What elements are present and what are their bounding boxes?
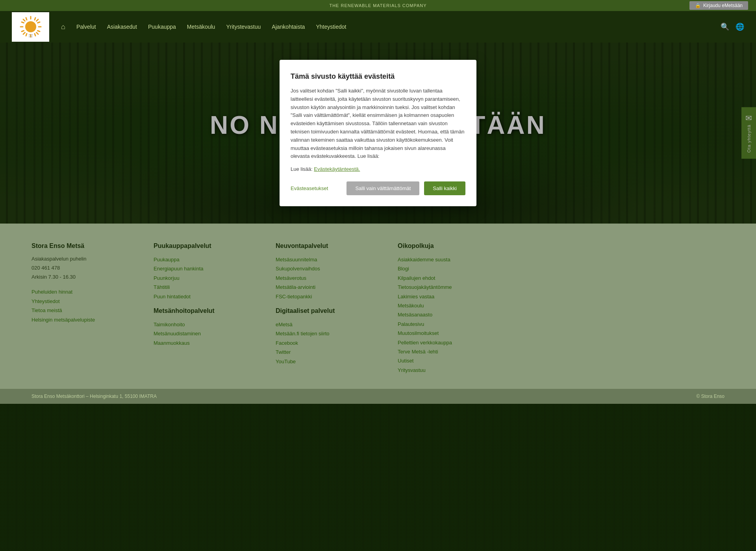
footer-link-tietosuoja[interactable]: Tietosuojakäytäntömme xyxy=(398,283,504,292)
cookie-policy-link[interactable]: Evästekäytänteestä. xyxy=(314,166,360,172)
footer-link-yritysvastuu[interactable]: Yritysvastuu xyxy=(398,366,504,375)
login-button[interactable]: 🔒 Kirjaudu eMetsään xyxy=(689,1,748,10)
cookie-title: Tämä sivusto käyttää evästeitä xyxy=(291,72,465,81)
footer-link-twitter[interactable]: Twitter xyxy=(276,348,382,357)
footer-link-fsc[interactable]: FSC-tietopankki xyxy=(276,292,382,301)
svg-point-0 xyxy=(25,21,36,32)
bottom-bar: Stora Enso Metsäkonttori – Helsinginkatu… xyxy=(0,389,756,404)
svg-line-6 xyxy=(36,33,38,35)
cookie-body: Jos valitset kohdan "Salli kaikki", myön… xyxy=(291,87,465,161)
footer-col-2: Puukauppapalvelut Puukauppa Energiapuun … xyxy=(154,242,260,375)
footer-link-metsasanaasto[interactable]: Metsäsanaasto xyxy=(398,310,504,319)
footer-link-energiapuun[interactable]: Energiapuun hankinta xyxy=(154,264,260,273)
footer-hours: Arkisin 7.30 - 16.30 xyxy=(32,273,138,281)
top-bar: THE RENEWABLE MATERIALS COMPANY 🔒 Kirjau… xyxy=(0,0,756,11)
footer: Stora Enso Metsä Asiakaspalvelun puhelin… xyxy=(0,224,756,389)
footer-link-sukupolvenvaihdos[interactable]: Sukupolvenvaihdos xyxy=(276,264,382,273)
footer-col3-title1: Neuvontapalvelut xyxy=(276,242,382,250)
nav-home[interactable]: ⌂ xyxy=(61,23,65,31)
footer-link-uutiset[interactable]: Uutiset xyxy=(398,356,504,365)
footer-grid: Stora Enso Metsä Asiakaspalvelun puhelin… xyxy=(32,242,504,375)
footer-link-terve-metsa[interactable]: Terve Metsä -lehti xyxy=(398,347,504,356)
footer-col-3: Neuvontapalvelut Metsäsuunnitelma Sukupo… xyxy=(276,242,382,375)
nav-yritystevastuu[interactable]: Yritystevastuu xyxy=(226,24,261,30)
footer-link-facebook[interactable]: Facebook xyxy=(276,338,382,348)
bottom-bar-address: Stora Enso Metsäkonttori – Helsinginkatu… xyxy=(32,394,157,399)
footer-link-asiakkaidemme[interactable]: Asiakkaidemme suusta xyxy=(398,255,504,264)
main-nav: ⌂ Palvelut Asiakasedut Puukauppa Metsäko… xyxy=(61,22,744,31)
bottom-forest-bg xyxy=(0,404,756,551)
nav-asiakasedut[interactable]: Asiakasedut xyxy=(107,24,137,30)
logo[interactable]: stora enso xyxy=(12,12,49,42)
footer-link-youtube[interactable]: YouTube xyxy=(276,357,382,366)
nav-icons: 🔍 🌐 xyxy=(721,22,744,31)
svg-text:enso: enso xyxy=(29,36,33,38)
footer-link-metsatila[interactable]: Metsätila-arviointi xyxy=(276,283,382,292)
nav-puukauppa[interactable]: Puukauppa xyxy=(148,24,176,30)
footer-link-emetsa[interactable]: eMetsä xyxy=(276,320,382,329)
globe-icon[interactable]: 🌐 xyxy=(736,22,744,31)
footer-link-puukauppa[interactable]: Puukauppa xyxy=(154,255,260,264)
footer-link-lakimies[interactable]: Lakimies vastaa xyxy=(398,292,504,301)
cookie-readmore: Lue lisää: xyxy=(291,166,314,172)
footer-col2-title1: Puukauppapalvelut xyxy=(154,242,260,250)
footer-phone-label: Asiakaspalvelun puhelin xyxy=(32,255,138,263)
lock-icon: 🔒 xyxy=(695,3,701,8)
footer-link-metsaverotus[interactable]: Metsäverotus xyxy=(276,274,382,283)
login-label: Kirjaudu eMetsään xyxy=(703,3,743,8)
footer-link-metsakoulu2[interactable]: Metsäkoulu xyxy=(398,301,504,310)
svg-line-5 xyxy=(23,19,25,21)
footer-link-yhteystiedot[interactable]: Yhteystiedot xyxy=(32,297,138,306)
search-icon[interactable]: 🔍 xyxy=(721,22,729,31)
bottom-bar-copyright: © Stora Enso xyxy=(696,394,724,399)
footer-link-metsanuudistaminen[interactable]: Metsänuudistaminen xyxy=(154,329,260,338)
nav-palvelut[interactable]: Palvelut xyxy=(76,24,96,30)
footer-phone: 020 461 478 xyxy=(32,264,138,272)
footer-col1-title: Stora Enso Metsä xyxy=(32,242,138,250)
svg-line-9 xyxy=(26,18,27,20)
footer-col3-title2: Digitaaliset palvelut xyxy=(276,307,382,314)
footer-link-tahtitili[interactable]: Tähtitili xyxy=(154,283,260,292)
svg-line-10 xyxy=(35,34,35,36)
cookie-accept-button[interactable]: Salli kaikki xyxy=(424,181,465,195)
cookie-overlay: Tämä sivusto käyttää evästeitä Jos valit… xyxy=(0,43,756,224)
svg-line-15 xyxy=(26,34,27,36)
cookie-reject-button[interactable]: Salli vain välttämättömät xyxy=(346,181,419,195)
nav-yhteystiedot[interactable]: Yhteystiedot xyxy=(316,24,346,30)
footer-link-taimikonhoito[interactable]: Taimikonhoito xyxy=(154,320,260,329)
cookie-buttons: Evästeasetukset Salli vain välttämättömä… xyxy=(291,181,465,195)
footer-link-muutosilmoitukset[interactable]: Muutosilmoitukset xyxy=(398,329,504,338)
footer-link-helsingin-metsa[interactable]: Helsingin metsäpalvelupiste xyxy=(32,315,138,324)
svg-line-16 xyxy=(35,18,35,20)
footer-link-puun-hinnat[interactable]: Puun hintatiedot xyxy=(154,292,260,301)
footer-link-pellettien[interactable]: Pellettien verkkokauppa xyxy=(398,338,504,347)
svg-line-13 xyxy=(22,31,24,31)
company-tagline: THE RENEWABLE MATERIALS COMPANY xyxy=(329,3,426,8)
footer-col-4: Oikopolkuja Asiakkaidemme suusta Blogi K… xyxy=(398,242,504,375)
footer-link-metsaan-fi[interactable]: Metsään.fi tietojen siirto xyxy=(276,329,382,338)
footer-link-blogi[interactable]: Blogi xyxy=(398,264,504,273)
footer-col4-title: Oikopolkuja xyxy=(398,242,504,250)
svg-line-8 xyxy=(23,33,25,35)
hero-wrapper: NO NY MENTII MEHTÄÄN Tä... ✉ Ota yhteytt… xyxy=(0,43,756,224)
footer-col2-title2: Metsänhoitopalvelut xyxy=(154,307,260,314)
footer-link-kilpailut[interactable]: Kilpailujen ehdot xyxy=(398,274,504,283)
cookie-settings-link[interactable]: Evästeasetukset xyxy=(291,185,328,191)
svg-line-14 xyxy=(37,22,40,23)
svg-line-11 xyxy=(22,22,24,23)
cookie-modal: Tämä sivusto käyttää evästeitä Jos valit… xyxy=(280,60,476,206)
svg-line-12 xyxy=(37,31,40,31)
svg-line-7 xyxy=(36,19,38,21)
footer-col-1: Stora Enso Metsä Asiakaspalvelun puhelin… xyxy=(32,242,138,375)
header: stora enso ⌂ Palvelut Asiakasedut Puukau… xyxy=(0,11,756,43)
nav-ajankohtaista[interactable]: Ajankohtaista xyxy=(272,24,305,30)
footer-link-puunkorjuu[interactable]: Puunkorjuu xyxy=(154,274,260,283)
footer-link-tietoa-meista[interactable]: Tietoa meistä xyxy=(32,306,138,315)
nav-metsakoulu[interactable]: Metsäkoulu xyxy=(187,24,215,30)
footer-link-puheluiden-hinnat[interactable]: Puheluiden hinnat xyxy=(32,287,138,296)
footer-link-palautesivu[interactable]: Palautesivu xyxy=(398,320,504,329)
logo-image: stora enso xyxy=(19,15,43,39)
footer-link-maanmuokkaus[interactable]: Maanmuokkaus xyxy=(154,338,260,348)
footer-link-metsakoulu-suunnitelma[interactable]: Metsäsuunnitelma xyxy=(276,255,382,264)
